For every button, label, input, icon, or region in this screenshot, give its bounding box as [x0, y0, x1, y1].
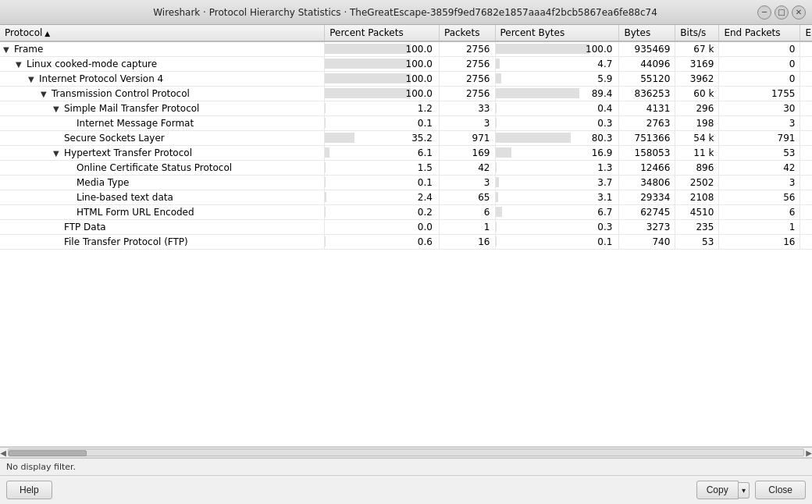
packets-cell: 3	[439, 116, 495, 131]
percent-packets-value: 1.2	[418, 103, 433, 114]
percent-packets-cell: 100.0	[325, 57, 440, 72]
bits-s-cell: 896	[675, 161, 719, 176]
help-button[interactable]: Help	[6, 481, 52, 499]
end-packets-cell: 6	[719, 205, 800, 220]
percent-packets-cell: 0.6	[325, 235, 440, 250]
protocol-name: Hypertext Transfer Protocol	[64, 147, 319, 158]
table-row: FTP Data0.010.3327323513	[0, 220, 812, 235]
protocol-cell: ▼Linux cooked-mode capture	[0, 57, 325, 71]
end-bytes-cell: 0	[800, 41, 812, 57]
status-bar: No display filter.	[0, 458, 812, 475]
end-packets-cell: 1	[719, 220, 800, 235]
end-packets-cell: 3	[719, 116, 800, 131]
percent-bytes-bar	[496, 162, 497, 172]
bits-s-cell: 198	[675, 116, 719, 131]
packets-cell: 971	[439, 131, 495, 146]
bits-s-cell: 235	[675, 220, 719, 235]
protocol-name: Transmission Control Protocol	[52, 88, 319, 99]
copy-button[interactable]: Copy	[696, 481, 739, 499]
percent-bytes-cell: 6.7	[495, 205, 619, 220]
bytes-cell: 29334	[619, 190, 675, 205]
bytes-cell: 836253	[619, 87, 675, 101]
close-window-button[interactable]: ✕	[792, 5, 806, 20]
percent-bytes-bar	[496, 88, 579, 98]
col-percent-packets[interactable]: Percent Packets	[325, 25, 440, 41]
percent-packets-value: 0.1	[418, 118, 433, 129]
bytes-cell: 55120	[619, 72, 675, 87]
protocol-cell: ▼Frame	[0, 42, 325, 56]
window-controls[interactable]: ─ □ ✕	[757, 5, 806, 20]
col-protocol[interactable]: Protocol	[0, 25, 325, 41]
tree-toggle[interactable]: ▼	[28, 75, 37, 83]
minimize-button[interactable]: ─	[757, 5, 771, 20]
end-packets-cell: 1755	[719, 87, 800, 101]
percent-packets-bar	[325, 59, 411, 69]
col-bytes[interactable]: Bytes	[619, 25, 675, 41]
tree-toggle[interactable]: ▼	[53, 105, 62, 113]
percent-packets-value: 0.2	[418, 207, 433, 218]
percent-bytes-cell: 100.0	[495, 41, 619, 57]
copy-dropdown-button[interactable]: ▾	[739, 482, 750, 499]
table-row: HTML Form URL Encoded0.266.762745451061	[0, 205, 812, 220]
col-packets[interactable]: Packets	[439, 25, 495, 41]
percent-packets-cell: 0.1	[325, 116, 440, 131]
col-end-packets[interactable]: End Packets	[719, 25, 800, 41]
maximize-button[interactable]: □	[775, 5, 789, 20]
protocol-cell: File Transfer Protocol (FTP)	[0, 235, 325, 249]
percent-bytes-bar	[496, 192, 499, 202]
percent-bytes-value: 6.7	[597, 207, 612, 218]
col-percent-bytes[interactable]: Percent Bytes	[495, 25, 619, 41]
copy-group[interactable]: Copy ▾ Close	[696, 481, 806, 499]
percent-bytes-value: 4.7	[597, 59, 612, 69]
table-row: ▼Linux cooked-mode capture100.027564.744…	[0, 57, 812, 72]
percent-packets-cell: 0.1	[325, 176, 440, 190]
percent-bytes-cell: 4.7	[495, 57, 619, 72]
end-packets-cell: 42	[719, 161, 800, 176]
packets-cell: 42	[439, 161, 495, 176]
close-button[interactable]: Close	[755, 481, 806, 499]
protocol-name: Line-based text data	[77, 192, 319, 203]
col-bits-s[interactable]: Bits/s	[675, 25, 719, 41]
percent-bytes-bar	[496, 73, 501, 83]
scrollbar-track[interactable]	[8, 449, 804, 456]
table-row: ▼Hypertext Transfer Protocol6.116916.915…	[0, 146, 812, 161]
end-packets-cell: 30	[719, 101, 800, 116]
scrollbar-thumb[interactable]	[9, 450, 87, 456]
percent-bytes-bar	[496, 44, 589, 54]
tree-toggle[interactable]: ▼	[41, 90, 50, 98]
tree-toggle[interactable]: ▼	[16, 60, 25, 69]
percent-bytes-bar	[496, 177, 499, 187]
end-packets-cell: 791	[719, 131, 800, 146]
protocol-name: Internet Protocol Version 4	[39, 73, 319, 84]
end-packets-cell: 0	[719, 72, 800, 87]
percent-bytes-cell: 3.7	[495, 176, 619, 190]
protocol-cell: Secure Sockets Layer	[0, 131, 325, 145]
percent-bytes-value: 3.7	[597, 177, 612, 188]
percent-bytes-cell: 0.4	[495, 101, 619, 116]
end-bytes-cell: 1	[800, 101, 812, 116]
percent-bytes-value: 0.3	[597, 118, 612, 129]
percent-packets-bar	[325, 162, 326, 172]
col-end-bytes[interactable]: En	[800, 25, 812, 41]
end-packets-cell: 56	[719, 190, 800, 205]
tree-toggle[interactable]: ▼	[3, 45, 12, 54]
protocol-name: Simple Mail Transfer Protocol	[64, 103, 319, 114]
percent-packets-cell: 100.0	[325, 72, 440, 87]
horizontal-scrollbar[interactable]: ◀ ▶	[0, 447, 812, 458]
packets-cell: 2756	[439, 41, 495, 57]
table-container[interactable]: Protocol Percent Packets Packets Percent…	[0, 25, 812, 447]
percent-bytes-bar	[496, 147, 511, 158]
packets-cell: 1	[439, 220, 495, 235]
percent-packets-bar	[325, 73, 411, 83]
protocol-cell: Line-based text data	[0, 190, 325, 204]
tree-toggle[interactable]: ▼	[53, 149, 62, 158]
protocol-name: FTP Data	[64, 222, 319, 232]
bits-s-cell: 3962	[675, 72, 719, 87]
protocol-name: HTML Form URL Encoded	[77, 207, 319, 218]
protocol-cell: ▼Internet Protocol Version 4	[0, 72, 325, 86]
packets-cell: 2756	[439, 72, 495, 87]
title-bar: Wireshark · Protocol Hierarchy Statistic…	[0, 0, 812, 25]
protocol-name: Internet Message Format	[77, 118, 319, 129]
percent-packets-value: 6.1	[418, 147, 433, 158]
percent-packets-value: 35.2	[411, 133, 433, 144]
